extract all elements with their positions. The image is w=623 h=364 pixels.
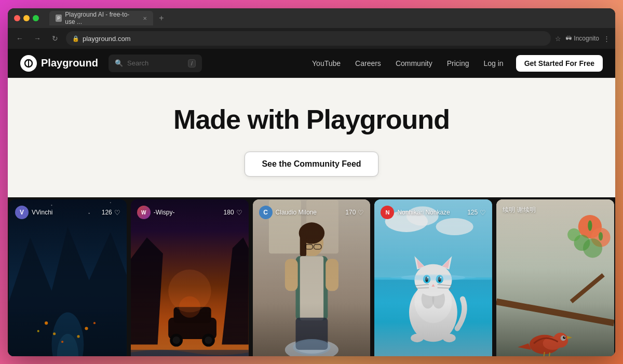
card-3-likes: 170 ♡ [345, 209, 364, 217]
card-3-heart-icon: ♡ [358, 209, 364, 217]
gallery-card-3[interactable]: C Claudio Milone 170 ♡ [253, 199, 371, 356]
card-1-user: V VVinchi [15, 206, 52, 219]
browser-window: P Playground AI - free-to-use ... ✕ + ← … [8, 8, 615, 356]
card-2-likes-count: 180 [224, 209, 234, 216]
card-4-user: N Nonhikari Nonkaze [381, 206, 450, 219]
nav-careers[interactable]: Careers [349, 56, 387, 71]
card-3-header: C Claudio Milone 170 ♡ [259, 206, 364, 219]
gallery-card-1[interactable]: V VVinchi 126 ♡ [9, 199, 127, 356]
active-tab[interactable]: P Playground AI - free-to-use ... ✕ [49, 11, 153, 25]
card-1-overlay [9, 199, 127, 356]
community-feed-button[interactable]: See the Community Feed [245, 152, 378, 177]
hero-title: Made with Playground [18, 104, 605, 135]
site-nav: Playground 🔍 Search / YouTube Careers Co… [8, 49, 615, 78]
site-logo[interactable]: Playground [20, 55, 98, 72]
card-2-overlay [131, 199, 249, 356]
nav-pricing[interactable]: Pricing [441, 56, 476, 71]
gallery-card-4[interactable]: N Nonhikari Nonkaze 125 ♡ [374, 199, 492, 356]
search-icon: 🔍 [115, 59, 123, 67]
window-controls [14, 15, 39, 21]
gallery-card-5[interactable]: 续明 谢续明 [496, 199, 614, 356]
card-3-username: Claudio Milone [276, 209, 317, 216]
nav-youtube[interactable]: YouTube [306, 56, 347, 71]
search-bar[interactable]: 🔍 Search / [109, 55, 202, 72]
card-4-username: Nonhikari Nonkaze [397, 209, 450, 216]
card-2-avatar: W [137, 206, 151, 219]
search-placeholder: Search [127, 59, 184, 67]
tab-favicon: P [56, 15, 62, 22]
maximize-window-dot[interactable] [33, 15, 39, 21]
get-started-button[interactable]: Get Started For Free [516, 55, 603, 72]
browser-toolbar: ← → ↻ 🔒 playground.com ☆ 🕶 Incognito ⋮ [8, 28, 615, 49]
card-1-avatar: V [15, 206, 29, 219]
gallery-card-2[interactable]: W -Wispy- 180 ♡ [131, 199, 249, 356]
card-4-header: N Nonhikari Nonkaze 125 ♡ [381, 206, 486, 219]
incognito-label: Incognito [574, 35, 599, 42]
card-3-avatar: C [259, 206, 273, 219]
card-4-avatar: N [381, 206, 394, 219]
url-text: playground.com [83, 35, 131, 43]
card-5-overlay [496, 199, 614, 356]
site-content: Playground 🔍 Search / YouTube Careers Co… [8, 49, 615, 356]
logo-icon [20, 55, 37, 72]
card-2-header: W -Wispy- 180 ♡ [137, 206, 242, 219]
card-5-header: 续明 谢续明 [503, 206, 608, 214]
incognito-badge: 🕶 Incognito [565, 35, 599, 42]
card-4-heart-icon: ♡ [480, 209, 486, 217]
menu-button[interactable]: ⋮ [603, 35, 610, 43]
card-2-user: W -Wispy- [137, 206, 175, 219]
browser-tabs: P Playground AI - free-to-use ... ✕ + [49, 11, 609, 25]
card-3-likes-count: 170 [345, 209, 356, 216]
hero-section: Made with Playground See the Community F… [8, 78, 615, 197]
search-shortcut: / [188, 59, 196, 68]
forward-button[interactable]: → [31, 32, 44, 45]
lock-icon: 🔒 [72, 35, 79, 42]
close-window-dot[interactable] [14, 15, 20, 21]
card-2-username: -Wispy- [154, 209, 175, 216]
gallery-section: V VVinchi 126 ♡ [8, 197, 615, 356]
card-1-heart-icon: ♡ [114, 209, 120, 217]
card-5-user: 续明 谢续明 [503, 206, 535, 214]
card-2-likes: 180 ♡ [224, 209, 242, 217]
logo-text: Playground [41, 57, 98, 69]
minimize-window-dot[interactable] [23, 15, 30, 21]
nav-login[interactable]: Log in [477, 56, 509, 71]
card-5-username: 续明 谢续明 [503, 206, 535, 214]
card-2-heart-icon: ♡ [236, 209, 242, 217]
address-bar[interactable]: 🔒 playground.com [66, 31, 551, 46]
incognito-icon: 🕶 [565, 35, 572, 42]
card-4-likes-count: 125 [467, 209, 478, 216]
card-1-header: V VVinchi 126 ♡ [15, 206, 120, 219]
card-1-likes-count: 126 [102, 209, 112, 216]
card-3-user: C Claudio Milone [259, 206, 317, 219]
tab-title: Playground AI - free-to-use ... [65, 11, 137, 25]
nav-links: YouTube Careers Community Pricing Log in… [306, 55, 603, 72]
bookmark-icon[interactable]: ☆ [555, 35, 561, 43]
nav-community[interactable]: Community [389, 56, 439, 71]
card-1-likes: 126 ♡ [102, 209, 120, 217]
toolbar-right: ☆ 🕶 Incognito ⋮ [555, 35, 610, 43]
refresh-button[interactable]: ↻ [48, 32, 62, 45]
tab-close-button[interactable]: ✕ [143, 16, 147, 21]
back-button[interactable]: ← [13, 32, 26, 45]
card-4-overlay [374, 199, 492, 356]
new-tab-button[interactable]: + [155, 12, 168, 24]
card-4-likes: 125 ♡ [467, 209, 486, 217]
card-3-overlay [253, 199, 371, 356]
card-1-username: VVinchi [32, 209, 52, 216]
browser-titlebar: P Playground AI - free-to-use ... ✕ + [8, 8, 615, 28]
